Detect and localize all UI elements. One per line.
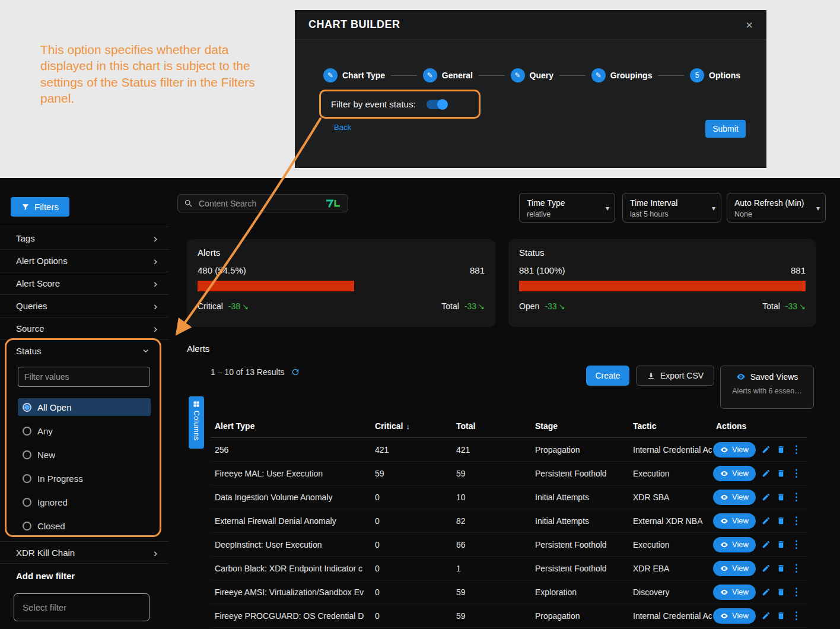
- delete-button[interactable]: [777, 540, 785, 549]
- cell-critical: 0: [371, 540, 452, 549]
- annotation-text: This option specifies whether data displ…: [40, 42, 278, 106]
- sidebar-item-source[interactable]: Source ›: [0, 317, 169, 340]
- more-actions-button[interactable]: ⋮: [791, 516, 801, 526]
- edit-button[interactable]: [762, 587, 771, 596]
- trash-icon: [777, 611, 785, 620]
- view-button[interactable]: View: [713, 561, 756, 576]
- status-option-closed[interactable]: Closed: [18, 514, 151, 538]
- edit-button[interactable]: [762, 469, 771, 478]
- edit-button[interactable]: [762, 540, 771, 549]
- cell-actions: View ⋮: [712, 561, 807, 576]
- step-chart-type[interactable]: ✎ Chart Type: [323, 68, 385, 82]
- pencil-icon: [762, 611, 771, 620]
- view-button[interactable]: View: [713, 442, 756, 458]
- select-filter-input[interactable]: [14, 593, 149, 621]
- step-groupings[interactable]: ✎ Groupings: [591, 68, 653, 82]
- filter-values-input[interactable]: [18, 367, 150, 387]
- view-button[interactable]: View: [713, 490, 756, 505]
- event-status-toggle[interactable]: [427, 100, 447, 109]
- delete-button[interactable]: [777, 564, 785, 573]
- time-type-dropdown[interactable]: Time Type relative ▾: [519, 193, 615, 223]
- status-option-any[interactable]: Any: [18, 419, 151, 443]
- delete-button[interactable]: [777, 445, 785, 454]
- saved-views-dropdown[interactable]: Saved Views Alerts with 6 essen…: [720, 366, 814, 409]
- submit-button[interactable]: Submit: [705, 120, 746, 138]
- page: This option specifies whether data displ…: [0, 0, 840, 629]
- edit-button[interactable]: [762, 516, 771, 525]
- more-actions-button[interactable]: ⋮: [791, 563, 801, 573]
- results-row: 1 – 10 of 13 Results: [211, 367, 300, 377]
- edit-button[interactable]: [762, 493, 771, 501]
- more-actions-button[interactable]: ⋮: [791, 468, 801, 478]
- filters-button[interactable]: Filters: [11, 197, 69, 217]
- sidebar-nav: Tags › Alert Options › Alert Score › Que…: [0, 227, 169, 340]
- delete-button[interactable]: [777, 469, 785, 478]
- table-row: Fireeye PROCGUARD: OS Credential D 0 59 …: [211, 604, 807, 628]
- edit-button[interactable]: [762, 564, 771, 573]
- more-actions-button[interactable]: ⋮: [791, 444, 801, 455]
- cell-tactic: Internal Credential Ac: [629, 445, 712, 455]
- sidebar-item-tags[interactable]: Tags ›: [0, 227, 169, 250]
- view-button[interactable]: View: [713, 537, 756, 552]
- radio-icon: [23, 474, 31, 483]
- edit-button[interactable]: [762, 611, 771, 620]
- cell-actions: View ⋮: [712, 537, 807, 552]
- refresh-icon[interactable]: [291, 367, 300, 377]
- step-general[interactable]: ✎ General: [423, 68, 473, 82]
- more-actions-button[interactable]: ⋮: [791, 539, 801, 549]
- view-button[interactable]: View: [713, 513, 756, 529]
- close-icon[interactable]: ×: [746, 19, 753, 31]
- more-actions-button[interactable]: ⋮: [791, 611, 801, 621]
- delete-button[interactable]: [777, 587, 785, 596]
- export-csv-button[interactable]: Export CSV: [636, 366, 714, 386]
- back-link[interactable]: Back: [334, 123, 351, 132]
- col-header-tactic[interactable]: Tactic: [629, 421, 712, 431]
- cell-critical: 0: [371, 564, 452, 573]
- auto-refresh-dropdown[interactable]: Auto Refresh (Min) None ▾: [727, 193, 826, 223]
- col-header-alert-type[interactable]: Alert Type: [211, 421, 371, 431]
- view-button[interactable]: View: [713, 466, 756, 481]
- status-option-new[interactable]: New: [18, 443, 151, 466]
- col-header-stage[interactable]: Stage: [531, 421, 629, 431]
- sidebar-item-alert-options[interactable]: Alert Options ›: [0, 250, 169, 272]
- cell-critical: 0: [371, 516, 452, 526]
- cell-tactic: XDR EBA: [629, 564, 712, 573]
- sidebar-item-status[interactable]: Status ›: [0, 340, 161, 361]
- delete-button[interactable]: [777, 516, 785, 525]
- create-button[interactable]: Create: [586, 366, 629, 386]
- step-options[interactable]: 5 Options: [690, 68, 740, 82]
- sidebar-item-xdr-kill-chain[interactable]: XDR Kill Chain ›: [0, 541, 169, 564]
- modal-header: CHART BUILDER ×: [295, 10, 766, 40]
- columns-button[interactable]: Columns: [189, 396, 204, 449]
- search-input[interactable]: [198, 198, 320, 209]
- delete-button[interactable]: [777, 493, 785, 501]
- step-query[interactable]: ✎ Query: [511, 68, 553, 82]
- card-right-value: 881: [791, 265, 806, 275]
- eye-icon: [720, 469, 728, 478]
- view-button[interactable]: View: [713, 608, 756, 624]
- saved-views-row: Saved Views: [726, 372, 809, 382]
- eye-icon: [720, 493, 728, 501]
- sidebar-item-queries[interactable]: Queries ›: [0, 295, 169, 317]
- cell-total: 59: [452, 587, 531, 597]
- more-actions-button[interactable]: ⋮: [791, 587, 801, 597]
- step-number-icon: 5: [690, 68, 704, 82]
- col-header-total[interactable]: Total: [452, 421, 531, 431]
- time-interval-dropdown[interactable]: Time Interval last 5 hours ▾: [622, 193, 721, 223]
- more-actions-button[interactable]: ⋮: [791, 492, 801, 502]
- sidebar-item-label: Tags: [16, 233, 35, 243]
- step-label: Chart Type: [342, 71, 385, 80]
- dropdown-value: last 5 hours: [630, 210, 705, 218]
- cell-alert-type: External Firewall Denial Anomaly: [211, 516, 371, 526]
- view-label: View: [732, 564, 749, 573]
- sidebar-item-alert-score[interactable]: Alert Score ›: [0, 272, 169, 295]
- table-row: Data Ingestion Volume Anomaly 0 10 Initi…: [211, 485, 807, 509]
- status-option-all-open[interactable]: All Open: [18, 398, 151, 416]
- view-button[interactable]: View: [713, 584, 756, 600]
- col-header-critical[interactable]: Critical↓: [371, 421, 452, 431]
- status-option-ignored[interactable]: Ignored: [18, 490, 151, 514]
- edit-button[interactable]: [762, 445, 771, 454]
- status-option-in-progress[interactable]: In Progress: [18, 466, 151, 490]
- delete-button[interactable]: [777, 611, 785, 620]
- cell-critical: 59: [371, 469, 452, 478]
